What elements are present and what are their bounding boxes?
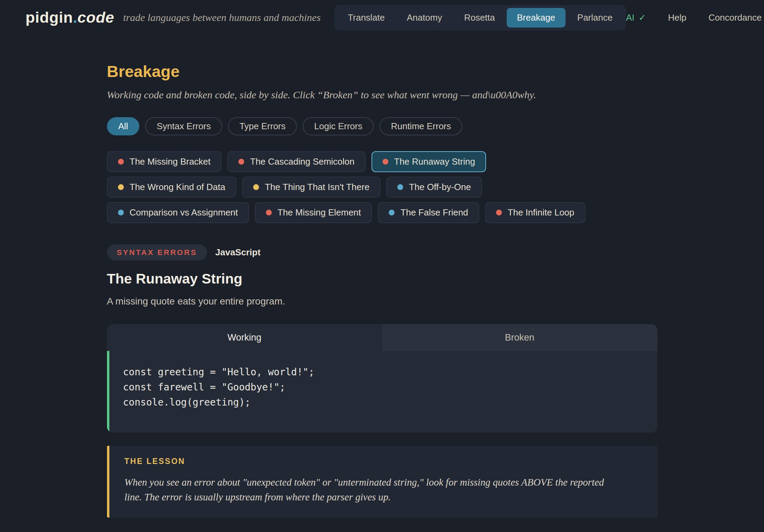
chip-comparison-vs-assignment[interactable]: Comparison vs Assignment xyxy=(107,202,249,223)
link-concordance[interactable]: Concordance xyxy=(709,12,762,23)
nav-tab-anatomy[interactable]: Anatomy xyxy=(397,8,453,27)
detail-meta: SYNTAX ERRORS JavaScript xyxy=(107,244,657,261)
ai-status-label: AI xyxy=(626,12,635,23)
category-dot-icon xyxy=(383,159,388,165)
site-logo[interactable]: pidgin.code xyxy=(25,9,114,26)
filter-runtime-errors[interactable]: Runtime Errors xyxy=(379,117,462,135)
logo-dot: . xyxy=(73,9,77,26)
lesson-box: THE LESSON When you see an error about "… xyxy=(107,446,657,518)
tab-broken[interactable]: Broken xyxy=(382,324,657,351)
logo-secondary: code xyxy=(77,9,114,26)
chip-the-infinite-loop[interactable]: The Infinite Loop xyxy=(485,202,585,223)
site-tagline: trade languages between humans and machi… xyxy=(123,12,321,23)
filter-all[interactable]: All xyxy=(107,117,140,135)
chip-label: The Infinite Loop xyxy=(508,207,574,218)
chip-label: The False Friend xyxy=(400,207,468,218)
tab-working[interactable]: Working xyxy=(107,324,382,351)
lesson-text: When you see an error about "unexpected … xyxy=(125,475,606,505)
code-card: Working Broken const greeting = "Hello, … xyxy=(107,324,657,433)
category-dot-icon xyxy=(496,210,502,215)
filter-type-errors[interactable]: Type Errors xyxy=(228,117,297,135)
filter-logic-errors[interactable]: Logic Errors xyxy=(303,117,374,135)
chip-the-wrong-kind-of-data[interactable]: The Wrong Kind of Data xyxy=(107,177,236,198)
header-links: AI ✓ Help Concordance About xyxy=(626,12,764,23)
lesson-label: THE LESSON xyxy=(125,457,641,466)
filter-syntax-errors[interactable]: Syntax Errors xyxy=(145,117,222,135)
chip-label: The Runaway String xyxy=(394,156,475,167)
primary-nav: Translate Anatomy Rosetta Breakage Parla… xyxy=(334,5,626,31)
chip-the-runaway-string[interactable]: The Runaway String xyxy=(372,151,486,172)
nav-tab-parlance[interactable]: Parlance xyxy=(567,8,623,27)
link-help[interactable]: Help xyxy=(668,12,686,23)
ai-status[interactable]: AI ✓ xyxy=(626,12,646,23)
site-header: pidgin.code trade languages between huma… xyxy=(0,0,764,35)
page-subtitle: Working code and broken code, side by si… xyxy=(107,89,657,101)
category-dot-icon xyxy=(118,159,124,165)
nav-tab-translate[interactable]: Translate xyxy=(337,8,395,27)
category-dot-icon xyxy=(253,184,259,190)
chip-label: The Missing Element xyxy=(278,207,361,218)
category-dot-icon xyxy=(118,184,124,190)
chip-the-off-by-one[interactable]: The Off-by-One xyxy=(386,177,482,198)
detail-description: A missing quote eats your entire program… xyxy=(107,296,657,307)
nav-tab-breakage[interactable]: Breakage xyxy=(507,8,566,27)
category-dot-icon xyxy=(266,210,272,215)
code-tabs: Working Broken xyxy=(107,324,657,351)
check-icon: ✓ xyxy=(638,12,646,23)
code-line: const greeting = "Hello, world!"; xyxy=(123,365,644,380)
chip-label: Comparison vs Assignment xyxy=(130,207,238,218)
main-content: Breakage Working code and broken code, s… xyxy=(107,62,657,518)
chip-the-false-friend[interactable]: The False Friend xyxy=(378,202,479,223)
chip-label: The Wrong Kind of Data xyxy=(130,182,225,192)
code-block: const greeting = "Hello, world!"; const … xyxy=(107,351,657,433)
category-badge: SYNTAX ERRORS xyxy=(107,244,207,261)
logo-primary: pidgin xyxy=(25,9,73,26)
category-filters: All Syntax Errors Type Errors Logic Erro… xyxy=(107,117,657,135)
code-line: const farewell = "Goodbye!"; xyxy=(123,380,644,395)
chip-the-missing-bracket[interactable]: The Missing Bracket xyxy=(107,151,222,172)
chip-the-missing-element[interactable]: The Missing Element xyxy=(255,202,372,223)
chip-label: The Thing That Isn't There xyxy=(265,182,369,192)
category-dot-icon xyxy=(389,210,395,215)
page-title: Breakage xyxy=(107,62,657,81)
chip-label: The Off-by-One xyxy=(409,182,471,192)
breakage-chip-list: The Missing Bracket The Cascading Semico… xyxy=(107,151,602,223)
chip-label: The Missing Bracket xyxy=(130,156,211,167)
language-label: JavaScript xyxy=(215,247,261,258)
chip-label: The Cascading Semicolon xyxy=(250,156,355,167)
chip-the-cascading-semicolon[interactable]: The Cascading Semicolon xyxy=(227,151,366,172)
detail-title: The Runaway String xyxy=(107,271,657,287)
category-dot-icon xyxy=(238,159,244,165)
category-dot-icon xyxy=(397,184,403,190)
category-dot-icon xyxy=(118,210,124,215)
nav-tab-rosetta[interactable]: Rosetta xyxy=(454,8,505,27)
chip-the-thing-that-isnt-there[interactable]: The Thing That Isn't There xyxy=(242,177,380,198)
code-line: console.log(greeting); xyxy=(123,395,644,410)
